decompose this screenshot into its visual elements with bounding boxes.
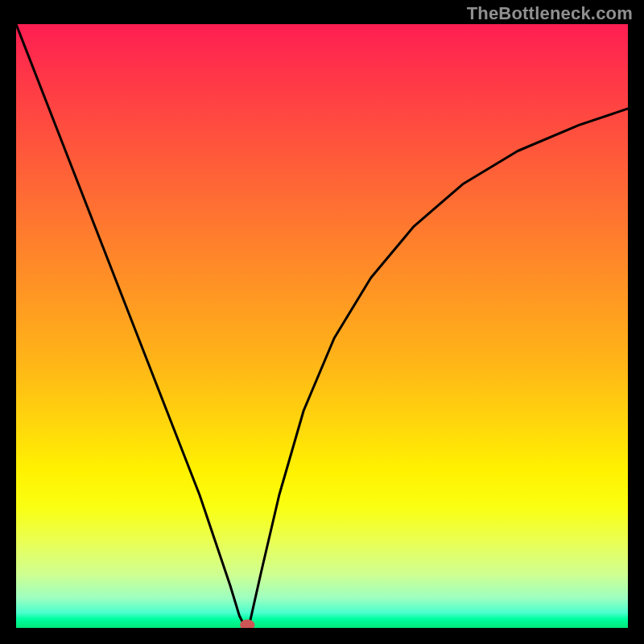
curve-layer [16, 24, 628, 628]
chart-frame: TheBottleneck.com [0, 0, 644, 644]
bottleneck-curve [16, 24, 628, 628]
minimum-marker [240, 620, 254, 629]
plot-area [16, 24, 628, 628]
attribution-label: TheBottleneck.com [467, 3, 633, 24]
